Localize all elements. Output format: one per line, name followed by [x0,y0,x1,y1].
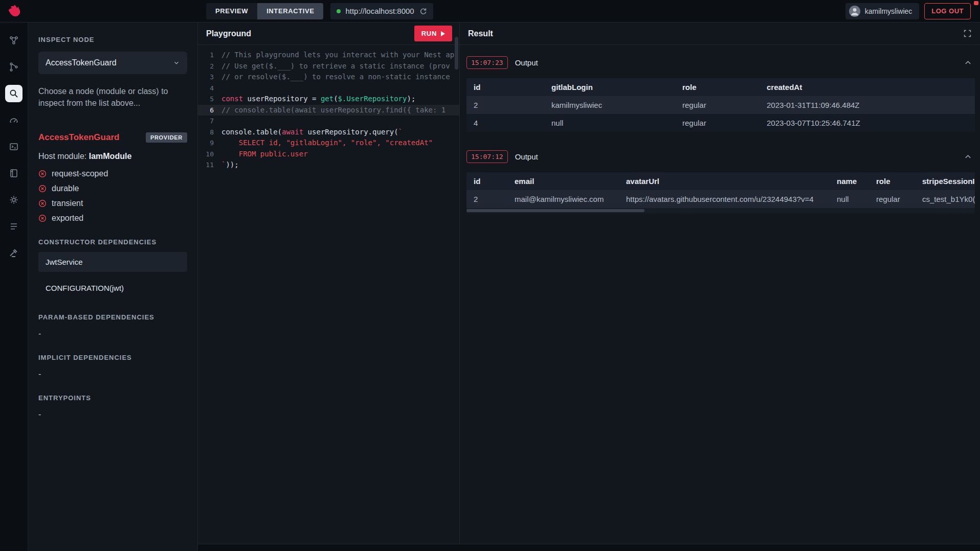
table-cell: 4 [466,114,544,132]
node-select-dropdown[interactable]: AccessTokenGuard [38,52,187,74]
code-text: const userRepository = get($.UserReposit… [221,94,459,105]
entrypoints-title: ENTRYPOINTS [38,394,187,402]
output-label: Output [515,152,538,161]
line-number: 3 [198,72,221,83]
circle-x-icon [38,199,47,208]
table-header-cell: role [675,78,760,96]
rail-item-logs[interactable] [5,218,23,235]
code-line[interactable]: 7 [198,116,459,127]
logout-button[interactable]: LOG OUT [924,3,971,19]
table-header-cell: role [869,172,915,190]
table-header-cell: stripeSessionId [915,172,975,190]
line-number: 7 [198,116,221,127]
code-line[interactable]: 4 [198,83,459,94]
chevron-down-icon [173,59,180,66]
result-header: Result [460,22,980,45]
table-cell: 2 [466,190,507,208]
play-icon [441,31,445,36]
rail-item-gauge[interactable] [5,111,23,129]
output-block: 15:07:12OutputidemailavatarUrlnamerolest… [466,150,975,213]
bottom-strip [198,544,980,551]
rail-item-gavel[interactable] [5,244,23,262]
line-number: 4 [198,83,221,94]
table-cell: null [544,114,675,132]
code-line[interactable]: 6// console.table(await userRepository.f… [198,105,459,116]
code-line[interactable]: 10 FROM public.user [198,149,459,160]
line-number: 5 [198,94,221,105]
code-line[interactable]: 11`)); [198,159,459,171]
result-table: idgitlabLoginrolecreatedAt2kamilmysliwie… [466,78,975,132]
rail-item-modules[interactable] [5,165,23,182]
rail-item-settings[interactable] [5,191,23,209]
collapse-button[interactable] [964,59,972,66]
refresh-icon[interactable] [419,7,427,15]
code-text: `)); [221,159,459,171]
code-line[interactable]: 3// or resolve($.___) to resolve a non-s… [198,72,459,83]
flag-label: transient [52,199,83,208]
code-line[interactable]: 2// Use get($.___) to retrieve a static … [198,61,459,72]
gauge-icon [9,115,19,125]
table-header-cell: id [466,172,507,190]
flag-exported: exported [38,214,187,223]
h-scrollbar[interactable] [466,208,975,213]
table-cell: cs_test_b1Yk0( [915,190,975,208]
table-cell: mail@kamilmysliwiec.com [507,190,619,208]
host-module-row: Host module: IamModule [38,152,187,161]
tab-preview[interactable]: PREVIEW [206,3,257,19]
sidebar-rail [0,22,28,551]
table-cell: regular [869,190,915,208]
flag-label: exported [52,214,83,223]
h-scrollbar-thumb[interactable] [466,209,644,212]
host-module-value: IamModule [89,152,132,160]
expand-icon[interactable] [963,29,972,38]
table-header-cell: name [830,172,869,190]
table-header-cell: createdAt [760,78,975,96]
logs-icon [9,221,19,232]
rail-item-inspect[interactable] [5,85,23,102]
code-editor[interactable]: 1// This playground lets you interact wi… [198,45,459,544]
code-token: ` [398,128,403,136]
line-number: 1 [198,50,221,61]
table-cell: kamilmysliwiec [544,96,675,114]
code-token: await [282,128,303,136]
code-token: FROM public.user [221,150,308,158]
tab-interactive[interactable]: INTERACTIVE [257,3,323,19]
code-token: = [312,95,321,103]
implicit-deps-title: IMPLICIT DEPENDENCIES [38,354,187,361]
editor-v-scrollbar[interactable] [455,37,458,70]
inspect-icon [9,88,19,99]
table-header-cell: gitlabLogin [544,78,675,96]
rail-item-graph[interactable] [5,32,23,49]
node-select-value: AccessTokenGuard [46,58,117,67]
run-button[interactable]: RUN [414,26,452,41]
gear-icon [9,195,19,205]
output-block: 15:07:23OutputidgitlabLoginrolecreatedAt… [466,56,975,132]
rail-item-routes[interactable] [5,138,23,155]
flag-request-scoped: request-scoped [38,169,187,178]
line-number: 2 [198,61,221,72]
circle-x-icon [38,214,47,222]
entrypoints-empty: - [38,410,187,419]
dep-item-jwtservice[interactable]: JwtService [38,252,187,272]
timestamp-badge: 15:07:12 [466,150,508,163]
rail-item-flow[interactable] [5,58,23,76]
code-text: // Use get($.___) to retrieve a static i… [221,61,459,72]
user-menu[interactable]: kamilmysliwiec [845,3,920,19]
line-number: 10 [198,149,221,160]
code-line[interactable]: 5const userRepository = get($.UserReposi… [198,94,459,105]
code-line[interactable]: 8console.table(await userRepository.quer… [198,127,459,138]
nestjs-logo[interactable] [0,4,28,19]
dep-item-configuration-jwt[interactable]: CONFIGURATION(jwt) [38,278,187,298]
url-bar[interactable]: http://localhost:8000 [330,3,433,19]
constructor-deps-title: CONSTRUCTOR DEPENDENCIES [38,238,187,246]
code-line[interactable]: 9 SELECT id, "gitlabLogin", "role", "cre… [198,137,459,149]
table-header-cell: id [466,78,544,96]
collapse-button[interactable] [964,153,972,160]
code-text: SELECT id, "gitlabLogin", "role", "creat… [221,137,459,149]
code-line[interactable]: 1// This playground lets you interact wi… [198,50,459,61]
nestjs-logo-icon [7,4,22,19]
avatar [849,6,860,17]
playground-panel: Playground RUN 1// This playground lets … [198,22,460,544]
code-token: // or resolve($.___) to resolve a non-st… [221,73,450,81]
node-flags: request-scoped durable transient exporte… [38,169,187,223]
